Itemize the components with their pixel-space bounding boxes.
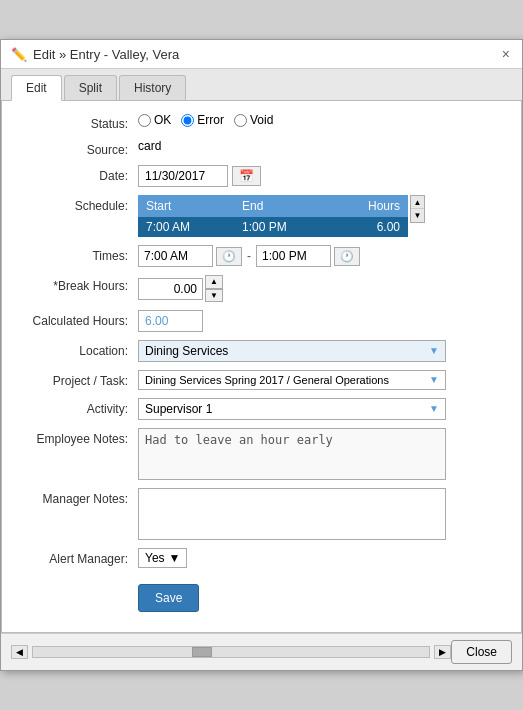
break-hours-up[interactable]: ▲ bbox=[205, 275, 223, 288]
calculated-hours-row: Calculated Hours: 6.00 bbox=[18, 310, 505, 332]
schedule-header-hours: Hours bbox=[331, 195, 408, 217]
status-void[interactable]: Void bbox=[234, 113, 273, 127]
times-label: Times: bbox=[18, 245, 138, 263]
save-button[interactable]: Save bbox=[138, 584, 199, 612]
status-label: Status: bbox=[18, 113, 138, 131]
calculated-hours-controls: 6.00 bbox=[138, 310, 505, 332]
schedule-scrollbar: ▲ ▼ bbox=[410, 195, 425, 223]
form-content: Status: OK Error Void Source: card bbox=[1, 101, 522, 632]
calendar-button[interactable]: 📅 bbox=[232, 166, 261, 186]
save-spacer bbox=[18, 576, 138, 580]
location-arrow-icon: ▼ bbox=[429, 345, 439, 356]
alert-manager-row: Alert Manager: Yes ▼ bbox=[18, 548, 505, 568]
break-hours-row: *Break Hours: ▲ ▼ bbox=[18, 275, 505, 301]
project-task-dropdown[interactable]: Dining Services Spring 2017 / General Op… bbox=[138, 370, 446, 390]
employee-notes-label: Employee Notes: bbox=[18, 428, 138, 446]
break-hours-spinner: ▲ ▼ bbox=[205, 275, 223, 301]
alert-manager-arrow-icon: ▼ bbox=[169, 551, 181, 565]
date-input[interactable] bbox=[138, 165, 228, 187]
scroll-right-button[interactable]: ▶ bbox=[434, 645, 451, 659]
times-start-clock[interactable]: 🕐 bbox=[216, 247, 242, 266]
source-value: card bbox=[138, 139, 505, 153]
times-end-clock[interactable]: 🕐 bbox=[334, 247, 360, 266]
tab-edit[interactable]: Edit bbox=[11, 75, 62, 101]
location-dropdown[interactable]: Dining Services ▼ bbox=[138, 340, 446, 362]
times-controls: 🕐 - 🕐 bbox=[138, 245, 505, 267]
times-separator: - bbox=[247, 249, 251, 263]
employee-notes-textarea[interactable]: Had to leave an hour early bbox=[138, 428, 446, 480]
project-task-arrow-icon: ▼ bbox=[429, 374, 439, 385]
status-ok-radio[interactable] bbox=[138, 114, 151, 127]
project-task-controls: Dining Services Spring 2017 / General Op… bbox=[138, 370, 505, 390]
project-task-row: Project / Task: Dining Services Spring 2… bbox=[18, 370, 505, 390]
tab-split[interactable]: Split bbox=[64, 75, 117, 100]
date-controls: 📅 bbox=[138, 165, 505, 187]
schedule-table: Start End Hours 7:00 AM 1:00 PM 6.00 bbox=[138, 195, 408, 237]
save-controls: Save bbox=[138, 576, 505, 612]
status-controls: OK Error Void bbox=[138, 113, 505, 127]
edit-icon: ✏️ bbox=[11, 46, 27, 62]
schedule-controls: Start End Hours 7:00 AM 1:00 PM 6.00 bbox=[138, 195, 505, 237]
times-row: Times: 🕐 - 🕐 bbox=[18, 245, 505, 267]
times-end-input[interactable] bbox=[256, 245, 331, 267]
title-bar-left: ✏️ Edit » Entry - Valley, Vera bbox=[11, 46, 179, 62]
date-label: Date: bbox=[18, 165, 138, 183]
manager-notes-row: Manager Notes: bbox=[18, 488, 505, 540]
window-close-button[interactable]: × bbox=[500, 46, 512, 62]
window-title: Edit » Entry - Valley, Vera bbox=[33, 47, 179, 62]
tabs-bar: Edit Split History bbox=[1, 69, 522, 101]
schedule-scroll-up[interactable]: ▲ bbox=[411, 196, 424, 209]
employee-notes-controls: Had to leave an hour early bbox=[138, 428, 505, 480]
manager-notes-textarea[interactable] bbox=[138, 488, 446, 540]
scroll-left-button[interactable]: ◀ bbox=[11, 645, 28, 659]
horizontal-scrollbar[interactable] bbox=[32, 646, 430, 658]
schedule-header-end: End bbox=[234, 195, 331, 217]
schedule-scroll-down[interactable]: ▼ bbox=[411, 209, 424, 222]
alert-manager-value: Yes bbox=[145, 551, 165, 565]
break-hours-label: *Break Hours: bbox=[18, 275, 138, 293]
activity-arrow-icon: ▼ bbox=[429, 403, 439, 414]
location-value: Dining Services bbox=[145, 344, 228, 358]
bottom-bar: ◀ ▶ Close bbox=[1, 633, 522, 670]
schedule-end-1: 1:00 PM bbox=[234, 217, 331, 237]
schedule-row-1[interactable]: 7:00 AM 1:00 PM 6.00 bbox=[138, 217, 408, 237]
location-label: Location: bbox=[18, 340, 138, 358]
alert-manager-controls: Yes ▼ bbox=[138, 548, 505, 568]
close-button[interactable]: Close bbox=[451, 640, 512, 664]
schedule-hours-1: 6.00 bbox=[331, 217, 408, 237]
employee-notes-row: Employee Notes: Had to leave an hour ear… bbox=[18, 428, 505, 480]
location-controls: Dining Services ▼ bbox=[138, 340, 505, 362]
calculated-hours-value: 6.00 bbox=[138, 310, 203, 332]
break-hours-down[interactable]: ▼ bbox=[205, 289, 223, 302]
status-row: Status: OK Error Void bbox=[18, 113, 505, 131]
activity-controls: Supervisor 1 ▼ bbox=[138, 398, 505, 420]
tab-history[interactable]: History bbox=[119, 75, 186, 100]
location-row: Location: Dining Services ▼ bbox=[18, 340, 505, 362]
scrollbar-thumb bbox=[192, 647, 212, 657]
date-row: Date: 📅 bbox=[18, 165, 505, 187]
schedule-row: Schedule: Start End Hours bbox=[18, 195, 505, 237]
project-task-value: Dining Services Spring 2017 / General Op… bbox=[145, 374, 389, 386]
activity-dropdown[interactable]: Supervisor 1 ▼ bbox=[138, 398, 446, 420]
break-hours-input[interactable] bbox=[138, 278, 203, 300]
manager-notes-controls bbox=[138, 488, 505, 540]
activity-row: Activity: Supervisor 1 ▼ bbox=[18, 398, 505, 420]
source-text: card bbox=[138, 139, 161, 153]
schedule-wrapper: Start End Hours 7:00 AM 1:00 PM 6.00 bbox=[138, 195, 425, 237]
main-window: ✏️ Edit » Entry - Valley, Vera × Edit Sp… bbox=[0, 39, 523, 670]
project-task-label: Project / Task: bbox=[18, 370, 138, 388]
activity-label: Activity: bbox=[18, 398, 138, 416]
schedule-start-1: 7:00 AM bbox=[138, 217, 234, 237]
status-ok[interactable]: OK bbox=[138, 113, 171, 127]
status-error[interactable]: Error bbox=[181, 113, 224, 127]
status-error-radio[interactable] bbox=[181, 114, 194, 127]
alert-manager-select[interactable]: Yes ▼ bbox=[138, 548, 187, 568]
manager-notes-label: Manager Notes: bbox=[18, 488, 138, 506]
times-start-input[interactable] bbox=[138, 245, 213, 267]
save-row: Save bbox=[18, 576, 505, 612]
calculated-hours-label: Calculated Hours: bbox=[18, 310, 138, 328]
status-void-radio[interactable] bbox=[234, 114, 247, 127]
schedule-header-start: Start bbox=[138, 195, 234, 217]
schedule-label: Schedule: bbox=[18, 195, 138, 213]
activity-value: Supervisor 1 bbox=[145, 402, 212, 416]
